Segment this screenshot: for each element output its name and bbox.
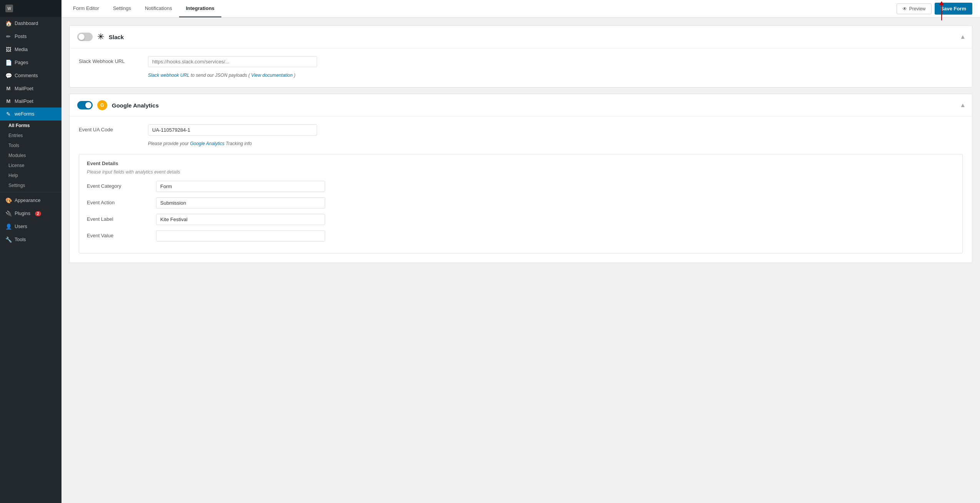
license-label: License (8, 163, 24, 168)
ga-ua-input[interactable] (148, 124, 317, 136)
entries-label: Entries (8, 133, 23, 138)
sidebar-item-mailpoet1[interactable]: M MailPoet (0, 82, 61, 95)
sidebar: W 🏠 Dashboard ✏ Posts 🖼 Media 📄 Pages 💬 … (0, 0, 61, 503)
event-label-row: Event Label (87, 214, 955, 225)
ga-ua-input-wrapper (148, 124, 317, 136)
ga-header: G Google Analytics ▲ (70, 94, 972, 117)
slack-docs-link[interactable]: View documentation (251, 73, 293, 78)
event-action-input[interactable] (156, 197, 325, 208)
posts-icon: ✏ (5, 33, 12, 40)
sidebar-item-mailpoet2[interactable]: M MailPoet (0, 95, 61, 108)
tab-notifications[interactable]: Notifications (138, 0, 179, 17)
settings-label: Settings (8, 183, 25, 188)
sidebar-subitem-license[interactable]: License (0, 160, 61, 170)
red-arrow-head (939, 1, 944, 5)
users-icon: 👤 (5, 223, 12, 230)
wp-logo-icon: W (5, 5, 13, 12)
sidebar-section-appearance: 🎨 Appearance 🔌 Plugins 2 👤 Users 🔧 Tools (0, 192, 61, 246)
event-category-label: Event Category (87, 181, 148, 189)
slack-webhook-input[interactable] (148, 56, 317, 67)
ga-ua-label: Event UA Code (79, 124, 140, 132)
tools-weforms-label: Tools (8, 143, 19, 148)
tools-icon: 🔧 (5, 237, 12, 243)
sidebar-item-pages[interactable]: 📄 Pages (0, 56, 61, 69)
tabs-left: Form Editor Settings Notifications Integ… (66, 0, 221, 17)
slack-logo-icon: ✳ (97, 32, 104, 42)
content-area: ✳ Slack ▲ Slack Webhook URL Slack webhoo… (61, 18, 980, 503)
sidebar-item-label: MailPoet (15, 99, 33, 104)
sidebar-item-dashboard[interactable]: 🏠 Dashboard (0, 17, 61, 30)
slack-title: Slack (109, 34, 124, 40)
event-category-input[interactable] (156, 181, 325, 192)
mailpoet1-icon: M (5, 86, 12, 91)
ga-toggle-slider (77, 101, 93, 109)
sidebar-item-comments[interactable]: 💬 Comments (0, 69, 61, 82)
event-details-title: Event Details (87, 160, 955, 166)
all-forms-label: All Forms (8, 123, 30, 128)
event-details-hint: Please input fields with analytics event… (87, 169, 955, 175)
event-value-input-wrapper (156, 230, 325, 242)
sidebar-item-posts[interactable]: ✏ Posts (0, 30, 61, 43)
main-content: Form Editor Settings Notifications Integ… (61, 0, 980, 503)
preview-button[interactable]: 👁 Preview (897, 3, 932, 14)
ga-toggle[interactable] (77, 101, 93, 109)
plugins-badge: 2 (35, 211, 41, 216)
google-analytics-card: G Google Analytics ▲ Event UA Code Pleas… (69, 94, 972, 263)
event-action-row: Event Action (87, 197, 955, 208)
sidebar-item-appearance[interactable]: 🎨 Appearance (0, 194, 61, 207)
sidebar-subitem-all-forms[interactable]: All Forms (0, 121, 61, 131)
tab-form-editor[interactable]: Form Editor (66, 0, 106, 17)
ga-collapse-button[interactable]: ▲ (960, 102, 966, 109)
sidebar-subitem-tools-weforms[interactable]: Tools (0, 141, 61, 151)
slack-header: ✳ Slack ▲ (70, 26, 972, 48)
appearance-icon: 🎨 (5, 197, 12, 204)
sidebar-item-tools[interactable]: 🔧 Tools (0, 233, 61, 246)
ga-ua-row: Event UA Code (79, 124, 963, 136)
sidebar-item-label: Media (15, 47, 28, 52)
tabs-bar: Form Editor Settings Notifications Integ… (61, 0, 980, 18)
sidebar-item-media[interactable]: 🖼 Media (0, 43, 61, 56)
sidebar-item-users[interactable]: 👤 Users (0, 220, 61, 233)
tab-integrations[interactable]: Integrations (179, 0, 221, 17)
tab-settings[interactable]: Settings (106, 0, 138, 17)
red-arrow-line (941, 5, 942, 20)
slack-webhook-label: Slack Webhook URL (79, 56, 140, 64)
sidebar-item-label: Dashboard (15, 21, 38, 26)
event-label-input-wrapper (156, 214, 325, 225)
slack-help-text: Slack webhook URL to send our JSON paylo… (148, 73, 963, 78)
sidebar-logo: W (0, 0, 61, 17)
help-label: Help (8, 173, 18, 178)
plugins-icon: 🔌 (5, 210, 12, 217)
slack-collapse-button[interactable]: ▲ (960, 33, 966, 40)
slack-card: ✳ Slack ▲ Slack Webhook URL Slack webhoo… (69, 25, 972, 88)
sidebar-subitem-modules[interactable]: Modules (0, 151, 61, 160)
tabs-right: 👁 Preview Save Form (897, 3, 975, 15)
event-category-input-wrapper (156, 181, 325, 192)
sidebar-item-label: Tools (15, 237, 26, 242)
sidebar-subitem-entries[interactable]: Entries (0, 131, 61, 141)
sidebar-subitem-help[interactable]: Help (0, 170, 61, 180)
event-label-input[interactable] (156, 214, 325, 225)
slack-webhook-row: Slack Webhook URL (79, 56, 963, 67)
sidebar-item-plugins[interactable]: 🔌 Plugins 2 (0, 207, 61, 220)
mailpoet2-icon: M (5, 98, 12, 104)
modules-label: Modules (8, 153, 26, 158)
eye-icon: 👁 (902, 6, 907, 12)
ga-body: Event UA Code Please provide your Google… (70, 117, 972, 263)
slack-webhook-link[interactable]: Slack webhook URL (148, 73, 189, 78)
comments-icon: 💬 (5, 73, 12, 79)
ga-link[interactable]: Google Analytics (190, 141, 224, 146)
sidebar-item-label: Appearance (15, 198, 40, 203)
slack-toggle[interactable] (77, 33, 93, 41)
sidebar-item-weforms[interactable]: ✎ weForms (0, 108, 61, 121)
sidebar-subitem-settings[interactable]: Settings (0, 180, 61, 190)
sidebar-item-label: weForms (15, 111, 34, 117)
event-category-row: Event Category (87, 181, 955, 192)
ga-help-text: Please provide your Google Analytics Tra… (148, 141, 963, 146)
slack-body: Slack Webhook URL Slack webhook URL to s… (70, 48, 972, 87)
event-action-input-wrapper (156, 197, 325, 208)
event-value-input[interactable] (156, 230, 325, 242)
sidebar-item-label: MailPoet (15, 86, 33, 91)
sidebar-item-label: Comments (15, 73, 38, 78)
ga-logo-icon: G (97, 100, 107, 110)
